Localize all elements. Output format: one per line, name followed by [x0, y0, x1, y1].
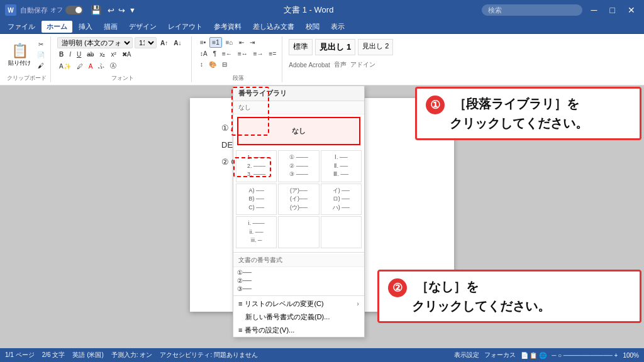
menu-change-level[interactable]: ≡ リストのレベルの変更(C) › — [233, 297, 364, 310]
list-style-iroha[interactable]: イ) ──ロ) ──ハ) ── — [321, 184, 362, 216]
save-icon[interactable]: 💾 — [91, 5, 101, 15]
autosave-label: 自動保存 オフ — [20, 6, 83, 15]
font-name-select[interactable]: 游明朝 (本文のフォント) — [57, 37, 133, 48]
sort-btn[interactable]: ↕A — [198, 49, 209, 58]
phonetic-btn[interactable]: ふ — [96, 60, 106, 72]
undo-btn[interactable]: ↩ — [108, 6, 114, 15]
paste-button[interactable]: 📋 貼り付け — [6, 41, 33, 69]
accessibility-info: アクセシビリティ: 問題ありません — [160, 351, 258, 359]
section-none-label: なし — [233, 101, 364, 114]
font-row-2: B I U ab x₂ x² ✖A — [57, 50, 133, 59]
copy-button[interactable]: 📄 — [35, 50, 47, 60]
menu-define-format[interactable]: 新しい番号書式の定義(D)... — [233, 310, 364, 324]
list-style-empty1[interactable] — [278, 216, 319, 248]
font-row-3: A✨ 🖊 A ふ Ⓐ — [57, 60, 118, 72]
document-canvas[interactable]: ① ABC↵ DEF↵ ② GHI↵ 番号ライブラリ なし なし 1. ───2… — [0, 85, 644, 348]
redo-btn[interactable]: ↪ — [118, 6, 125, 15]
list-style-alpha[interactable]: A) ──B) ──C) ── — [236, 184, 277, 216]
subscript-btn[interactable]: x₂ — [97, 50, 107, 59]
list-style-arabic[interactable]: 1. ───2. ───3. ─── — [236, 150, 277, 182]
tab-view[interactable]: 表示 — [326, 21, 350, 33]
audio-label: 音声 — [334, 60, 347, 69]
list-style-katakana[interactable]: (ア)──(イ)──(ウ)── — [278, 184, 319, 216]
tab-design[interactable]: デザイン — [124, 21, 162, 33]
text-effect-btn[interactable]: A✨ — [57, 62, 73, 71]
minimize-btn[interactable]: ─ — [587, 4, 601, 16]
list-level-icon: ≡ — [238, 300, 242, 307]
align-left-btn[interactable]: ≡← — [220, 49, 234, 58]
annotation-text-1a: ［段落ライブラリ］を — [453, 97, 579, 111]
tab-review[interactable]: 校閲 — [301, 21, 325, 33]
decrease-font-btn[interactable]: A↓ — [172, 38, 183, 48]
word-icon: W — [5, 4, 16, 16]
cut-button[interactable]: ✂ — [35, 40, 47, 49]
number-icon: ≡ — [238, 326, 242, 334]
tab-layout[interactable]: レイアウト — [163, 21, 208, 33]
dropdown-divider-2 — [233, 295, 364, 296]
zoom-level: 100% — [623, 352, 639, 359]
dropdown-header: 番号ライブラリ — [233, 86, 364, 101]
tab-references[interactable]: 参考資料 — [209, 21, 247, 33]
annotation-circle-2: ② — [388, 278, 407, 297]
bullet-list-btn[interactable]: ≡• — [198, 38, 208, 47]
autosave-toggle[interactable] — [65, 6, 83, 14]
list-style-empty2[interactable] — [321, 216, 362, 248]
strikethrough-btn[interactable]: ab — [85, 50, 96, 59]
list-style-roman-lower[interactable]: i. ───ii. ──iii. ─ — [236, 216, 277, 248]
enclosed-btn[interactable]: Ⓐ — [108, 60, 118, 72]
view-mode-icons[interactable]: 📄 📋 🌐 — [521, 352, 547, 359]
ribbon-tabs: ファイル ホーム 挿入 描画 デザイン レイアウト 参考資料 差し込み文書 校閲… — [0, 20, 644, 34]
shading-btn[interactable]: 🎨 — [207, 60, 218, 69]
doc-numbers-section: ①── ②── ③── — [233, 267, 364, 294]
italic-btn[interactable]: I — [67, 50, 73, 59]
style-heading2[interactable]: 見出し 2 — [358, 39, 393, 55]
tab-home[interactable]: ホーム — [42, 21, 72, 33]
underline-btn[interactable]: U — [75, 50, 83, 59]
customize-btn[interactable]: ▼ — [129, 6, 136, 14]
status-bar: 1/1 ページ 2/6 文字 英語 (米国) 予測入力: オン アクセシビリティ… — [0, 348, 644, 362]
format-paint-button[interactable]: 🖌 — [35, 61, 47, 70]
style-no-spacing[interactable]: 見出し 1 — [315, 39, 355, 55]
font-size-select[interactable]: 11 — [135, 37, 157, 48]
decrease-indent-btn[interactable]: ⇤ — [237, 38, 246, 47]
view-settings[interactable]: 表示設定 — [454, 351, 479, 359]
clipboard-label: クリップボード — [6, 73, 47, 82]
title-bar-left: W 自動保存 オフ 💾 ↩ ↪ ▼ — [5, 4, 136, 16]
border-btn[interactable]: ⊟ — [220, 60, 229, 69]
tab-draw[interactable]: 描画 — [99, 21, 123, 33]
numbered-list-btn[interactable]: ≡1 — [209, 37, 221, 48]
font-group: 游明朝 (本文のフォント) 11 A↑ A↓ B I U ab x₂ x² ✖A… — [53, 36, 192, 82]
title-bar-right: ─ □ ✕ — [482, 4, 639, 16]
restore-btn[interactable]: □ — [606, 4, 619, 16]
menu-set-number[interactable]: ≡ 番号の設定(V)... — [233, 324, 364, 337]
list-style-circled[interactable]: ① ───② ───③ ─── — [278, 150, 319, 182]
style-normal[interactable]: 標準 — [289, 39, 313, 55]
zoom-slider[interactable]: ─ ○ ─────────── + — [552, 352, 618, 359]
align-center-btn[interactable]: ≡↔ — [236, 49, 250, 58]
increase-font-btn[interactable]: A↑ — [158, 38, 170, 48]
show-marks-btn[interactable]: ¶ — [211, 49, 218, 58]
list-style-roman-upper[interactable]: Ⅰ. ──Ⅱ. ──Ⅲ. ── — [321, 150, 362, 182]
superscript-btn[interactable]: x² — [109, 50, 118, 59]
tab-mailings[interactable]: 差し込み文書 — [248, 21, 299, 33]
highlight-btn[interactable]: 🖊 — [75, 62, 85, 71]
justify-btn[interactable]: ≡= — [267, 49, 279, 58]
predict-input: 予測入力: オン — [111, 351, 153, 359]
focus-btn[interactable]: フォーカス — [484, 351, 516, 359]
annotation-box-2: ② ［なし］を クリックしてください。 — [377, 270, 641, 323]
font-row-1: 游明朝 (本文のフォント) 11 A↑ A↓ — [57, 37, 183, 48]
search-input[interactable] — [482, 4, 582, 16]
adobe-acrobat-label: Adobe Acrobat — [289, 62, 330, 69]
increase-indent-btn[interactable]: ⇥ — [248, 38, 257, 47]
tab-file[interactable]: ファイル — [3, 21, 40, 33]
bold-btn[interactable]: B — [57, 50, 65, 59]
list-style-none[interactable]: なし — [237, 117, 360, 145]
close-btn[interactable]: ✕ — [624, 4, 639, 16]
annotation-box-1: ① ［段落ライブラリ］を クリックしてください。 — [415, 87, 641, 140]
clear-format-btn[interactable]: ✖A — [120, 50, 133, 59]
tab-insert[interactable]: 挿入 — [74, 21, 97, 33]
multilevel-list-btn[interactable]: ≡⌂ — [224, 38, 235, 47]
align-right-btn[interactable]: ≡→ — [252, 49, 265, 58]
font-color-btn[interactable]: A — [87, 62, 95, 71]
line-spacing-btn[interactable]: ↕ — [198, 60, 205, 69]
